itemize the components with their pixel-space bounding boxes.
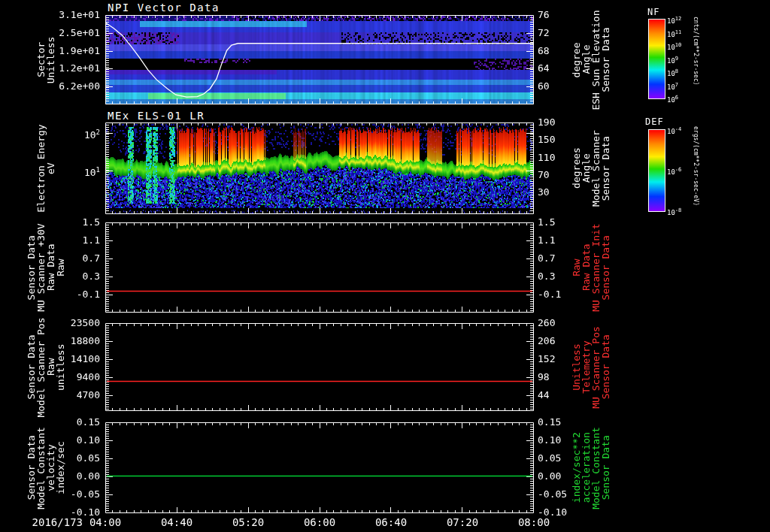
colorbar-tick-label: 1012 bbox=[667, 16, 681, 25]
tick-label: 3.1e+01 bbox=[47, 10, 100, 20]
axis-title-line: Raw bbox=[571, 258, 581, 276]
x-axis-tick-label: 06:00 bbox=[296, 516, 344, 528]
tick-label: 0.15 bbox=[47, 417, 100, 427]
colorbar-nf-name: NF bbox=[647, 7, 659, 17]
x-axis-tick-label: 04:40 bbox=[153, 516, 201, 528]
axis-title-line: Model Constant bbox=[591, 427, 601, 509]
axis-title-line: Raw bbox=[56, 258, 65, 276]
colorbar-tick-label: 10-6 bbox=[667, 167, 681, 176]
axis-title-line: index/sec bbox=[56, 441, 65, 494]
colorbar-def-unit: ergs/(cm**2-sr-sec-eV) bbox=[693, 126, 699, 206]
panel-right-axis-title: Sensor DataModel ScannerAngledegrees bbox=[559, 130, 623, 207]
axis-title-line: eV bbox=[46, 162, 56, 174]
colorbar-tick-label: 106 bbox=[667, 95, 678, 104]
colorbar-nf-bar bbox=[648, 19, 665, 99]
panel-right-axis-title: Sensor DataMU Scanner InitRaw DataRaw bbox=[559, 223, 623, 311]
axis-title-line: Sensor Data bbox=[601, 235, 611, 300]
panel-right-axis-title: Sensor DataModel Constantaccelerationind… bbox=[559, 427, 623, 509]
axis-title-line: degrees bbox=[571, 148, 581, 189]
panel-left-axis-title: Sensor DataModel Scanner PosRawunitless bbox=[5, 317, 87, 417]
colorbar-tick-label: 10-4 bbox=[667, 126, 681, 135]
colorbar-def-bar bbox=[648, 129, 665, 212]
axis-title-line: Sensor Data bbox=[601, 27, 611, 92]
axis-title-line: Angle bbox=[581, 45, 591, 74]
axis-title-line: Sensor Data bbox=[601, 334, 611, 399]
colorbar-def-name: DEF bbox=[645, 116, 664, 127]
colorbar-tick-label: 10-8 bbox=[667, 207, 681, 216]
panel-right-axis-title: Sensor DataESH Sun ElevationAngledegree bbox=[559, 10, 623, 110]
axis-title-line: MU Scanner Init bbox=[591, 223, 601, 311]
axis-title-line: Sensor Data bbox=[601, 435, 611, 500]
panel-left-axis-title: Sensor DataMU Scanner +30VRaw DataRaw bbox=[5, 223, 87, 311]
axis-title-line: Unitless bbox=[46, 36, 56, 83]
tick-label: 190 bbox=[538, 117, 583, 127]
panel-left-axis-title: Electron EnergyeV bbox=[5, 124, 87, 212]
axis-title-line: unitless bbox=[56, 343, 65, 391]
x-axis-tick-label: 04:00 bbox=[81, 516, 129, 528]
axis-title-line: acceleration bbox=[581, 433, 591, 503]
axis-title-line: Raw Data bbox=[581, 244, 591, 292]
colorbar-tick-label: 108 bbox=[667, 68, 678, 77]
colorbar-nf-unit: cnts/(cm**2-sr-sec) bbox=[693, 17, 699, 86]
axis-title-line: MU Scanner Pos bbox=[591, 326, 601, 409]
x-axis-tick-label: 06:40 bbox=[367, 516, 415, 528]
panel-right-axis-title: Sensor DataMU Scanner PosTelemetryUnitle… bbox=[559, 326, 623, 409]
colorbar-tick-label: 1011 bbox=[667, 29, 681, 38]
panel-left-axis-title: SectorUnitless bbox=[5, 36, 87, 83]
panel-left-axis-title: Sensor DataModel Constantvelocityindex/s… bbox=[5, 427, 87, 509]
axis-title-line: Model Scanner bbox=[591, 130, 601, 207]
x-axis-tick-label: 08:00 bbox=[510, 516, 558, 528]
axis-title-line: index/sec**2 bbox=[571, 433, 581, 503]
axis-title-line: Angle bbox=[581, 153, 591, 183]
x-axis-tick-label: 05:20 bbox=[224, 516, 272, 528]
plot-page: NPI Vector Data MEx ELS-01 LR 3.1e+012.5… bbox=[0, 0, 770, 532]
tick-label: 0.15 bbox=[538, 417, 583, 427]
x-axis-tick-label: 07:20 bbox=[438, 516, 487, 528]
colorbar-tick-label: 107 bbox=[667, 82, 678, 91]
colorbar-tick-label: 1010 bbox=[667, 42, 681, 51]
axis-title-line: Telemetry bbox=[581, 340, 591, 393]
axis-title-line: ESH Sun Elevation bbox=[591, 10, 601, 110]
axis-title-line: Sensor Data bbox=[601, 136, 611, 201]
axis-title-line: Unitless bbox=[571, 343, 581, 391]
axis-title-line: degree bbox=[571, 42, 581, 77]
colorbar-tick-label: 109 bbox=[667, 56, 678, 65]
x-axis-date-label: 2016/173 bbox=[14, 516, 83, 528]
